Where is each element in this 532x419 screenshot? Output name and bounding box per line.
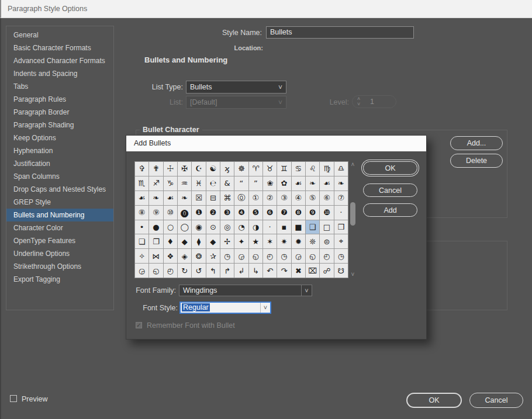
- glyph-cell[interactable]: ◶: [292, 249, 305, 263]
- glyph-cell[interactable]: ⌘: [220, 191, 234, 205]
- sidebar-item-drop-caps-and-nested-styles[interactable]: Drop Caps and Nested Styles: [6, 183, 113, 196]
- glyph-cell[interactable]: ✢: [220, 234, 234, 248]
- glyph-cell[interactable]: ④: [292, 191, 305, 205]
- font-family-dropdown[interactable]: Wingdings ˅: [179, 285, 312, 296]
- glyph-cell[interactable]: &: [220, 176, 234, 191]
- glyph-cell[interactable]: ■: [292, 220, 305, 234]
- glyph-cell[interactable]: ○: [164, 220, 177, 234]
- glyph-cell[interactable]: ”: [249, 176, 262, 191]
- sidebar-item-hyphenation[interactable]: Hyphenation: [6, 144, 113, 157]
- sidebar-item-character-color[interactable]: Character Color: [6, 221, 113, 234]
- delete-bullet-button[interactable]: Delete: [450, 154, 503, 168]
- glyph-cell[interactable]: ↱: [220, 264, 234, 278]
- glyph-cell[interactable]: ☙: [164, 191, 177, 205]
- glyph-cell[interactable]: ◎: [220, 220, 234, 234]
- dialog-ok-button[interactable]: OK: [363, 161, 417, 175]
- glyph-cell[interactable]: ↶: [263, 264, 277, 278]
- glyph-cell[interactable]: ❖: [164, 249, 177, 263]
- glyph-cell[interactable]: ♒: [178, 176, 191, 191]
- glyph-cell[interactable]: ·: [334, 206, 348, 220]
- glyph-cell[interactable]: ③: [277, 191, 291, 205]
- glyph-cell[interactable]: ❷: [206, 206, 220, 220]
- glyph-cell[interactable]: ☪: [192, 162, 205, 176]
- preview-checkbox[interactable]: [10, 395, 17, 402]
- glyph-cell[interactable]: ❧: [306, 176, 319, 191]
- scroll-up-icon[interactable]: ˄: [349, 161, 357, 168]
- glyph-cell[interactable]: ✹: [292, 234, 305, 248]
- glyph-cell[interactable]: ☋: [334, 264, 348, 278]
- glyph-cell[interactable]: ❧: [149, 191, 163, 205]
- glyph-cell[interactable]: ✠: [178, 162, 191, 176]
- sidebar-item-tabs[interactable]: Tabs: [6, 80, 113, 93]
- glyph-cell[interactable]: ⑩: [164, 206, 177, 220]
- glyph-cell[interactable]: ❾: [306, 206, 319, 220]
- glyph-cell[interactable]: ●: [149, 220, 163, 234]
- glyph-cell[interactable]: ↷: [277, 264, 291, 278]
- glyph-cell[interactable]: ⊟: [206, 191, 220, 205]
- glyph-cell[interactable]: ♊: [277, 162, 291, 176]
- sidebar-item-advanced-character-formats[interactable]: Advanced Character Formats: [6, 54, 113, 67]
- glyph-cell[interactable]: ↰: [206, 264, 220, 278]
- glyph-cell[interactable]: ☍: [320, 264, 333, 278]
- glyph-cell[interactable]: ◶: [234, 249, 248, 263]
- scroll-down-icon[interactable]: ˅: [349, 271, 357, 278]
- glyph-cell[interactable]: ❽: [292, 206, 305, 220]
- ok-button[interactable]: OK: [406, 393, 462, 408]
- sidebar-item-span-columns[interactable]: Span Columns: [6, 170, 113, 183]
- glyph-cell[interactable]: ✦: [234, 234, 248, 248]
- glyph-cell[interactable]: ❧: [334, 176, 348, 191]
- list-type-dropdown[interactable]: Bullets ˅: [186, 81, 286, 94]
- sidebar-item-grep-style[interactable]: GREP Style: [6, 196, 113, 209]
- sidebar-item-paragraph-rules[interactable]: Paragraph Rules: [6, 93, 113, 106]
- glyph-cell[interactable]: ⑦: [334, 191, 348, 205]
- glyph-cell[interactable]: ☒: [192, 191, 205, 205]
- glyph-cell[interactable]: ☸: [234, 162, 248, 176]
- glyph-cell[interactable]: ◯: [178, 220, 191, 234]
- glyph-cell[interactable]: ◶: [135, 264, 148, 278]
- glyph-cell[interactable]: ⧫: [192, 234, 205, 248]
- glyph-cell[interactable]: ⌧: [306, 264, 319, 278]
- glyph-cell[interactable]: ①: [249, 191, 262, 205]
- glyph-cell[interactable]: ◑: [249, 220, 262, 234]
- glyph-cell[interactable]: ⊙: [206, 220, 220, 234]
- glyph-cell[interactable]: ↺: [192, 264, 205, 278]
- glyph-cell[interactable]: ⓿: [178, 206, 191, 220]
- glyph-cell[interactable]: ❏: [135, 234, 148, 248]
- glyph-cell[interactable]: ✞: [135, 162, 148, 176]
- dialog-add-button[interactable]: Add: [363, 203, 417, 217]
- glyph-cell[interactable]: ◵: [306, 249, 319, 263]
- glyph-cell[interactable]: ♍: [320, 162, 333, 176]
- glyph-cell[interactable]: ♦: [164, 234, 177, 248]
- sidebar-item-export-tagging[interactable]: Export Tagging: [6, 273, 113, 286]
- glyph-cell[interactable]: ♓: [192, 176, 205, 191]
- glyph-cell[interactable]: ❒: [334, 220, 348, 234]
- glyph-cell[interactable]: ◷: [334, 249, 348, 263]
- glyph-cell[interactable]: ⑤: [306, 191, 319, 205]
- glyph-cell[interactable]: ♏: [135, 176, 148, 191]
- glyph-cell[interactable]: ♌: [306, 162, 319, 176]
- glyph-cell[interactable]: ✶: [263, 234, 277, 248]
- glyph-cell[interactable]: ❿: [320, 206, 333, 220]
- glyph-cell[interactable]: ♋: [292, 162, 305, 176]
- glyph-cell[interactable]: ϗ: [220, 162, 234, 176]
- glyph-cell[interactable]: ◉: [192, 220, 205, 234]
- sidebar-item-opentype-features[interactable]: OpenType Features: [6, 234, 113, 247]
- glyph-cell[interactable]: ·: [263, 220, 277, 234]
- glyph-cell[interactable]: ❶: [192, 206, 205, 220]
- sidebar-item-basic-character-formats[interactable]: Basic Character Formats: [6, 41, 113, 54]
- glyph-cell[interactable]: ◴: [320, 249, 333, 263]
- glyph-cell[interactable]: ②: [263, 191, 277, 205]
- glyph-cell[interactable]: ↳: [249, 264, 262, 278]
- glyph-cell[interactable]: ◵: [149, 264, 163, 278]
- glyph-cell[interactable]: ℮: [206, 176, 220, 191]
- glyph-cell[interactable]: ❸: [220, 206, 234, 220]
- glyph-cell[interactable]: ✟: [149, 162, 163, 176]
- glyph-cell[interactable]: ❹: [234, 206, 248, 220]
- glyph-cell[interactable]: •: [135, 220, 148, 234]
- glyph-cell[interactable]: ✿: [277, 176, 291, 191]
- glyph-cell[interactable]: ◵: [249, 249, 262, 263]
- glyph-cell[interactable]: ☙: [135, 191, 148, 205]
- scrollbar-thumb[interactable]: [350, 202, 355, 226]
- dialog-cancel-button[interactable]: Cancel: [363, 183, 417, 197]
- glyph-cell[interactable]: ♐: [149, 176, 163, 191]
